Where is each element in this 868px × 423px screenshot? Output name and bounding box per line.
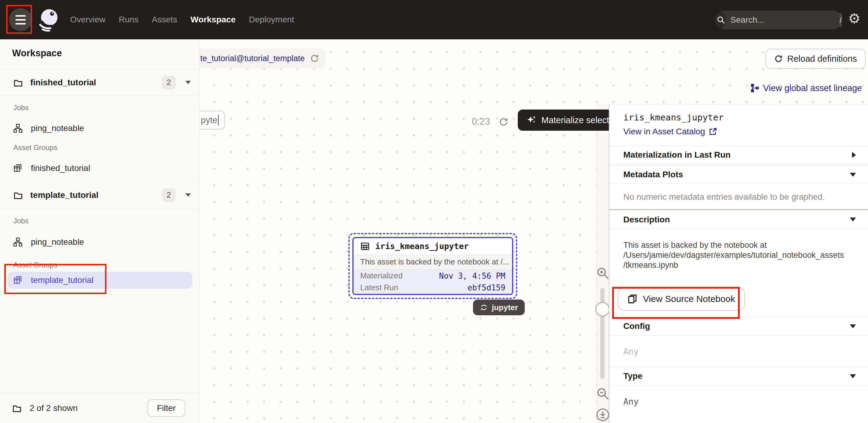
asset-group-name: finished_tutorial (31, 163, 90, 173)
search-shortcut-badge: / (840, 13, 842, 27)
section-metadata-plots[interactable]: Metadata Plots (610, 165, 868, 184)
sidebar-item-group-template-tutorial[interactable]: template_tutorial (7, 272, 192, 289)
filter-button[interactable]: Filter (147, 399, 185, 417)
stat-row-materialized: Materialized Nov 3, 4:56 PM (360, 271, 505, 280)
jobs-section-label: Jobs (13, 217, 29, 225)
chevron-right-icon (852, 152, 856, 158)
nav-item-overview[interactable]: Overview (70, 15, 105, 25)
asset-node-stats: Materialized Nov 3, 4:56 PM Latest Run e… (353, 270, 512, 294)
top-nav: Overview Runs Assets Workspace Deploymen… (0, 0, 868, 39)
hamburger-menu-button[interactable] (9, 8, 32, 31)
search-input[interactable] (725, 15, 840, 25)
job-icon (13, 238, 22, 247)
section-description[interactable]: Description (610, 210, 868, 229)
panel-asset-title: iris_kmeans_jupyter (623, 112, 854, 123)
asset-group-icon (13, 164, 22, 173)
folder-icon (12, 403, 22, 413)
zoom-out-icon[interactable] (596, 387, 610, 401)
job-icon (13, 124, 22, 133)
zoom-slider-thumb[interactable] (595, 302, 610, 316)
asset-details-panel: iris_kmeans_jupyter View in Asset Catalo… (609, 104, 868, 423)
lineage-icon (750, 84, 760, 93)
panel-header: iris_kmeans_jupyter View in Asset Catalo… (610, 104, 868, 146)
stat-value[interactable]: Nov 3, 4:56 PM (439, 271, 505, 280)
text-cursor (218, 115, 219, 126)
reload-definitions-label: Reload definitions (787, 54, 857, 64)
stat-row-latest-run: Latest Run ebf5d159 (360, 283, 505, 292)
settings-gear-icon[interactable]: ⚙ (848, 11, 861, 25)
nav-links: Overview Runs Assets Workspace Deploymen… (70, 0, 294, 39)
nav-item-deployment[interactable]: Deployment (249, 15, 294, 25)
view-global-asset-lineage-link[interactable]: View global asset lineage (750, 81, 862, 95)
repo-name: finished_tutorial (30, 78, 96, 87)
jupyter-tag[interactable]: jupyter (473, 300, 525, 315)
shown-count-label: 2 of 2 shown (30, 403, 78, 413)
download-image-icon[interactable] (596, 408, 610, 422)
stat-label: Materialized (360, 271, 403, 280)
section-config[interactable]: Config (610, 317, 868, 336)
zoom-in-icon[interactable] (596, 266, 610, 280)
asset-node-selection-outline[interactable]: iris_kmeans_jupyter This asset is backed… (348, 233, 517, 299)
refresh-timer: 0:23 (472, 116, 490, 127)
code-location-chip[interactable]: te_tutorial@tutorial_template (193, 49, 326, 68)
filter-button-label: Filter (157, 403, 176, 413)
chevron-down-icon (850, 217, 856, 221)
nav-item-workspace[interactable]: Workspace (190, 15, 236, 25)
section-type[interactable]: Type (610, 367, 868, 386)
description-text: This asset is backed by the notebook at … (610, 230, 858, 277)
asset-node[interactable]: iris_kmeans_jupyter This asset is backed… (352, 237, 513, 295)
asset-group-name: template_tutorial (31, 275, 93, 285)
workspace-sidebar: Workspace finished_tutorial 2 Jobs ping_… (0, 39, 199, 423)
jupyter-icon (480, 303, 488, 312)
chevron-down-icon (850, 374, 856, 378)
search-icon (716, 12, 725, 28)
external-link-icon (709, 127, 717, 136)
sidebar-item-job-ping-noteable-2[interactable]: ping_noteable (0, 234, 199, 250)
repo-row-template-tutorial[interactable]: template_tutorial 2 (0, 182, 199, 208)
folder-icon (13, 78, 23, 87)
hamburger-icon (16, 15, 26, 17)
nav-item-assets[interactable]: Assets (152, 15, 177, 25)
asset-groups-section-label: Asset Groups (13, 144, 57, 152)
sidebar-footer: 2 of 2 shown Filter (0, 393, 199, 423)
asset-node-title: iris_kmeans_jupyter (375, 241, 469, 251)
divider (0, 208, 199, 209)
jupyter-tag-label: jupyter (492, 303, 518, 312)
code-location-name: te_tutorial@tutorial_template (200, 54, 305, 63)
job-name: ping_noteable (31, 237, 84, 247)
repo-count-badge: 2 (162, 75, 176, 90)
reload-location-icon[interactable] (310, 54, 319, 63)
jobs-section-label: Jobs (13, 103, 29, 112)
repo-row-finished-tutorial[interactable]: finished_tutorial 2 (0, 69, 199, 96)
chevron-down-icon[interactable] (185, 81, 191, 84)
section-label: Description (623, 215, 670, 224)
asset-node-description: This asset is backed by the notebook at … (353, 254, 512, 270)
stat-value[interactable]: ebf5d159 (468, 283, 505, 292)
catalog-link-label: View in Asset Catalog (623, 127, 705, 137)
sidebar-item-job-ping-noteable[interactable]: ping_noteable (0, 120, 199, 137)
dagster-logo-icon (35, 6, 62, 33)
reload-definitions-button[interactable]: Reload definitions (766, 49, 866, 69)
type-value: Any (610, 386, 868, 417)
nav-item-runs[interactable]: Runs (119, 15, 138, 25)
view-source-notebook-label: View Source Notebook (643, 294, 735, 304)
zoom-slider-track[interactable] (600, 288, 604, 379)
view-in-asset-catalog-link[interactable]: View in Asset Catalog (623, 127, 717, 137)
graph-refresh-icon[interactable] (498, 117, 509, 127)
sidebar-item-group-finished-tutorial[interactable]: finished_tutorial (0, 160, 199, 177)
section-label: Metadata Plots (623, 170, 683, 179)
asset-group-icon (13, 276, 22, 285)
chevron-down-icon (850, 324, 856, 328)
section-label: Type (623, 371, 642, 381)
config-value: Any (610, 336, 868, 367)
section-label: Materialization in Last Run (623, 150, 731, 160)
chevron-down-icon[interactable] (185, 193, 191, 197)
divider (0, 96, 199, 96)
stat-label: Latest Run (360, 283, 398, 292)
global-search[interactable]: / (715, 10, 842, 29)
materialize-selected-label: Materialize selected (541, 115, 619, 125)
chevron-down-icon (850, 173, 856, 177)
job-name: ping_noteable (31, 123, 84, 133)
section-materialization-in-last-run[interactable]: Materialization in Last Run (610, 146, 868, 164)
view-source-notebook-button[interactable]: View Source Notebook (618, 287, 745, 311)
